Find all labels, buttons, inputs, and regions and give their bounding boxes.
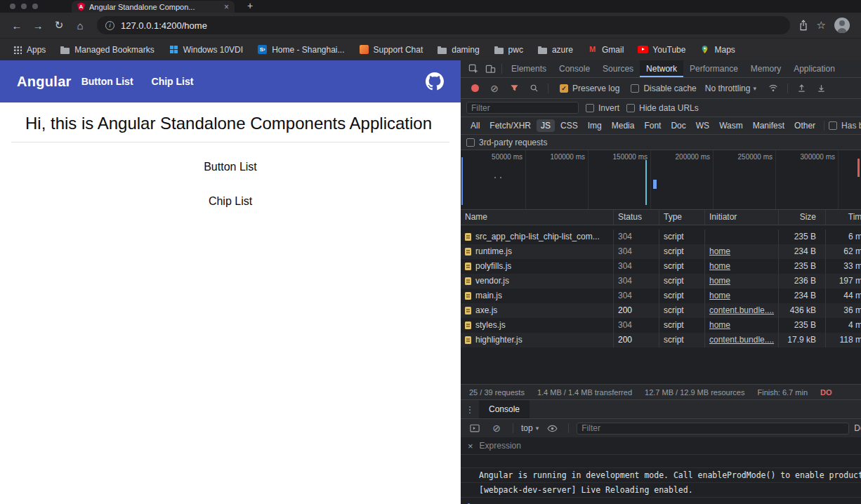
bookmark-azure[interactable]: azure	[531, 41, 579, 58]
drawer-menu-icon[interactable]: ⋮	[465, 404, 475, 415]
clear-network-log-icon[interactable]: ⊘	[486, 84, 503, 93]
pill-manifest[interactable]: Manifest	[749, 119, 789, 132]
pill-wasm[interactable]: Wasm	[715, 119, 747, 132]
share-icon[interactable]	[798, 20, 808, 31]
window-minimize-button[interactable]	[21, 4, 27, 9]
back-button[interactable]: ←	[7, 20, 27, 32]
initiator-link[interactable]: home	[709, 261, 730, 271]
bookmark-home-shanghai[interactable]: S›Home - Shanghai...	[251, 41, 350, 58]
bookmark-managed-bookmarks[interactable]: Managed Bookmarks	[53, 41, 160, 58]
tab-memory[interactable]: Memory	[744, 60, 787, 77]
column-status[interactable]: Status	[614, 210, 659, 225]
tab-performance[interactable]: Performance	[683, 60, 744, 77]
tab-sources[interactable]: Sources	[596, 60, 640, 77]
clear-console-icon[interactable]: ⊘	[488, 423, 505, 433]
nav-button-list[interactable]: Button List	[81, 76, 133, 87]
console-prompt[interactable]: >	[461, 498, 861, 504]
console-filter-input[interactable]	[577, 423, 849, 435]
tab-network[interactable]: Network	[640, 60, 683, 77]
initiator-link[interactable]: home	[709, 320, 730, 330]
bookmark-pwc[interactable]: pwc	[487, 41, 530, 58]
browser-tab[interactable]: A Angular Standalone Compon... ×	[72, 1, 235, 13]
live-expression-row[interactable]: × Expression	[461, 437, 861, 455]
pill-other[interactable]: Other	[790, 119, 820, 132]
import-har-icon[interactable]	[794, 84, 810, 93]
disable-cache-checkbox[interactable]: Disable cache	[631, 84, 696, 93]
bookmark-support-chat[interactable]: Support Chat	[353, 41, 430, 58]
button-list-link[interactable]: Button List	[0, 161, 461, 173]
tab-elements[interactable]: Elements	[505, 60, 553, 77]
bookmark-star-icon[interactable]: ☆	[817, 19, 826, 32]
initiator-link[interactable]: home	[709, 276, 730, 286]
hide-data-urls-checkbox[interactable]: Hide data URLs	[626, 103, 699, 113]
network-overview-timeline[interactable]: 50000 ms 100000 ms 150000 ms 200000 ms 2…	[461, 150, 861, 210]
search-icon[interactable]	[525, 84, 542, 93]
pill-css[interactable]: CSS	[556, 119, 582, 132]
reload-button[interactable]: ↻	[49, 19, 69, 32]
pill-media[interactable]: Media	[607, 119, 639, 132]
pill-all[interactable]: All	[466, 119, 484, 132]
column-name[interactable]: Name	[461, 210, 614, 225]
window-controls[interactable]	[10, 4, 38, 9]
url-bar[interactable]: i 127.0.0.1:4200/home	[97, 16, 790, 34]
initiator-link[interactable]: content.bundle....	[709, 305, 774, 315]
profile-avatar[interactable]	[834, 18, 850, 33]
initiator-link[interactable]: home	[709, 246, 730, 256]
drawer-tab-console[interactable]: Console	[479, 400, 530, 418]
console-sidebar-toggle-icon[interactable]	[466, 424, 483, 433]
new-tab-button[interactable]: +	[247, 0, 253, 12]
request-row[interactable]: runtime.js 304 script home 234 B 62 ms	[461, 244, 861, 259]
pill-fetch-xhr[interactable]: Fetch/XHR	[485, 119, 535, 132]
bookmark-apps[interactable]: Apps	[6, 41, 52, 58]
request-row[interactable]: main.js 304 script home 234 B 44 ms	[461, 289, 861, 303]
column-type[interactable]: Type	[659, 210, 705, 225]
request-row[interactable]: polyfills.js 304 script home 235 B 33 ms	[461, 259, 861, 274]
chip-list-link[interactable]: Chip List	[0, 195, 461, 208]
window-close-button[interactable]	[10, 4, 15, 9]
tab-close-icon[interactable]: ×	[224, 3, 229, 11]
window-zoom-button[interactable]	[32, 4, 38, 9]
log-levels-dropdown[interactable]: Default levels	[854, 423, 861, 433]
pill-font[interactable]: Font	[640, 119, 665, 132]
pill-doc[interactable]: Doc	[666, 119, 690, 132]
column-size[interactable]: Size	[779, 210, 826, 225]
bookmark-daming[interactable]: daming	[430, 41, 485, 58]
request-row[interactable]: highlighter.js 200 script content.bundle…	[461, 333, 861, 347]
blocked-cookies-checkbox[interactable]: Has blocked cookies	[829, 121, 861, 131]
third-party-checkbox[interactable]: 3rd-party requests	[466, 138, 547, 147]
bookmark-maps[interactable]: Maps	[693, 41, 741, 58]
pill-ws[interactable]: WS	[692, 119, 714, 132]
tab-application[interactable]: Application	[787, 60, 841, 77]
initiator-link[interactable]: home	[709, 291, 730, 300]
github-link[interactable]	[426, 72, 444, 91]
remove-expression-icon[interactable]: ×	[468, 441, 473, 451]
pill-js[interactable]: JS	[537, 119, 555, 132]
device-toolbar-icon[interactable]	[482, 64, 499, 74]
preserve-log-checkbox[interactable]: ✓Preserve log	[560, 84, 619, 93]
request-row[interactable]: axe.js 200 script content.bundle.... 436…	[461, 303, 861, 318]
network-filter-input[interactable]	[466, 102, 579, 114]
record-button[interactable]	[466, 84, 483, 92]
bookmark-gmail[interactable]: MGmail	[581, 41, 630, 58]
tab-console[interactable]: Console	[553, 60, 596, 77]
forward-button[interactable]: →	[28, 20, 48, 32]
context-selector[interactable]: top▾	[521, 423, 539, 433]
bookmark-windows-10vdi[interactable]: Windows 10VDI	[162, 41, 249, 58]
request-row[interactable]: vendor.js 304 script home 236 B 197 ms	[461, 274, 861, 289]
invert-checkbox[interactable]: Invert	[586, 103, 619, 113]
inspect-element-icon[interactable]	[465, 64, 482, 74]
nav-chip-list[interactable]: Chip List	[152, 76, 194, 87]
filter-funnel-icon[interactable]	[506, 84, 522, 93]
site-info-icon[interactable]: i	[105, 21, 114, 30]
pill-img[interactable]: Img	[584, 119, 606, 132]
column-initiator[interactable]: Initiator	[705, 210, 779, 225]
request-row[interactable]: src_app_chip-list_chip-list_com... 304 s…	[461, 230, 861, 244]
request-row[interactable]: styles.js 304 script home 235 B 4 ms	[461, 318, 861, 333]
live-expression-eye-icon[interactable]	[544, 425, 560, 432]
column-time[interactable]: Time	[826, 210, 861, 225]
home-button[interactable]: ⌂	[70, 20, 90, 32]
export-har-icon[interactable]	[813, 84, 830, 93]
initiator-link[interactable]: content.bundle....	[709, 335, 774, 345]
network-conditions-icon[interactable]	[765, 84, 782, 93]
throttling-dropdown[interactable]: No throttling▾	[705, 84, 756, 93]
